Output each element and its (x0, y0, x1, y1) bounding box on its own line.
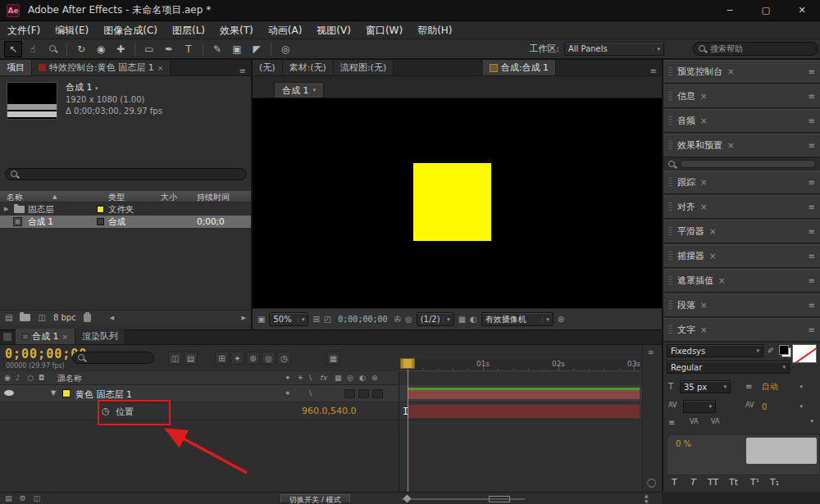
close-icon[interactable]: × (62, 333, 69, 341)
panel-header-mask-interpolation[interactable]: 遮罩插值 × ≡ (663, 269, 820, 293)
toggle-switches-modes-button[interactable]: 切换开关 / 模式 (280, 494, 350, 503)
yellow-solid-layer[interactable] (413, 163, 491, 241)
selection-tool[interactable]: ↖ (4, 41, 22, 57)
transparency-grid-icon[interactable]: ⊛ (558, 315, 564, 324)
tab-flowchart[interactable]: 流程图:(无) (334, 60, 394, 75)
font-size-select[interactable]: 35 px▾ (680, 380, 731, 393)
panel-header-effects-presets[interactable]: 效果和预置 × ≡ (663, 134, 820, 157)
all-caps-button[interactable]: TT (708, 477, 718, 488)
close-icon[interactable]: × (700, 202, 707, 211)
close-button[interactable]: ✕ (784, 0, 820, 21)
tab-comp-viewer[interactable]: 合成:合成 1 (483, 60, 556, 75)
zoom-handle[interactable] (403, 495, 412, 503)
hide-shy-layers-icon[interactable]: ⊞ (215, 352, 229, 365)
options-icon[interactable]: ≡ (668, 418, 675, 427)
subscript-button[interactable]: T₁ (770, 477, 779, 488)
type-tool[interactable]: T (180, 41, 198, 57)
close-icon[interactable]: × (700, 325, 707, 334)
panel-header-wiggler[interactable]: 摇摆器 × ≡ (663, 244, 820, 268)
menu-layer[interactable]: 图层(L) (165, 21, 212, 39)
panel-menu-icon[interactable]: ≡ (809, 227, 815, 236)
font-family-select[interactable]: Fixedsys▾ (667, 344, 763, 357)
panel-header-align[interactable]: 对齐 × ≡ (663, 195, 820, 219)
column-duration[interactable]: 持续时间 (197, 192, 230, 203)
help-search-input[interactable]: 搜索帮助 (693, 42, 818, 56)
hand-tool[interactable]: ☝ (24, 41, 42, 57)
pan-behind-tool[interactable]: ✚ (112, 41, 130, 57)
timeline-track-area[interactable] (399, 371, 642, 492)
auto-keyframe-icon[interactable]: ◷ (277, 352, 291, 365)
close-icon[interactable]: × (700, 178, 707, 187)
chevron-down-icon[interactable]: ▾ (810, 418, 813, 425)
current-time-indicator[interactable] (400, 358, 415, 369)
tab-render-queue[interactable]: 渲染队列 (75, 329, 125, 344)
close-icon[interactable]: × (700, 116, 707, 125)
snapshot-icon[interactable]: ✇ (394, 315, 401, 324)
panel-menu-icon[interactable]: ≡ (645, 66, 662, 75)
time-ruler[interactable]: 01s 02s 03s (399, 359, 642, 371)
panel-menu-icon[interactable]: ≡ (809, 202, 815, 211)
tab-effect-controls[interactable]: 特效控制台:黄色 固态层 1 × (32, 60, 171, 75)
table-row-solids-folder[interactable]: ▶ 固态层 文件夹 (0, 203, 251, 216)
close-icon[interactable]: × (700, 301, 707, 310)
timeline-search-input[interactable] (72, 352, 154, 364)
effects-search-input[interactable] (663, 158, 820, 170)
close-icon[interactable]: × (157, 64, 164, 72)
workspace-select[interactable]: All Panels ▾ (564, 42, 664, 56)
panel-header-audio[interactable]: 音频 × ≡ (663, 109, 820, 133)
brainstorm-icon[interactable]: ◎ (262, 352, 276, 365)
resolution-icon[interactable]: ▦ (458, 315, 466, 324)
font-style-select[interactable]: Regular▾ (667, 361, 790, 374)
new-folder-icon[interactable] (20, 314, 30, 321)
puppet-pin-tool[interactable]: ◎ (276, 41, 294, 57)
scroll-right-icon[interactable]: ▶ (242, 315, 246, 321)
tab-comp-1[interactable]: 合成 1 ▾ (274, 82, 324, 98)
panel-header-tracker[interactable]: 跟踪 × ≡ (663, 170, 820, 194)
scroll-left-icon[interactable]: ◀ (110, 315, 114, 321)
new-comp-icon[interactable]: ◫ (38, 313, 45, 322)
timeline-zoom-slider[interactable] (402, 498, 525, 500)
menu-edit[interactable]: 编辑(E) (48, 21, 96, 39)
faux-bold-button[interactable]: T (672, 477, 677, 488)
menu-animation[interactable]: 动画(A) (261, 21, 310, 39)
frame-blend-icon[interactable]: ✦ (230, 352, 244, 365)
panel-menu-icon[interactable]: ≡ (809, 67, 815, 76)
superscript-button[interactable]: T¹ (750, 477, 759, 488)
no-color-swatch[interactable] (792, 344, 817, 363)
close-icon[interactable]: × (709, 252, 716, 261)
menu-composition[interactable]: 图像合成(C) (96, 21, 165, 39)
leading-select[interactable]: 自动▾ (758, 380, 806, 393)
tracking-select[interactable]: 0▾ (758, 400, 806, 413)
grid-guides-icon[interactable]: ⊞ (312, 315, 319, 324)
composition-canvas[interactable] (253, 98, 662, 308)
zoom-tool[interactable] (43, 41, 61, 57)
active-camera-select[interactable]: 有效摄像机▾ (481, 312, 554, 326)
project-search-input[interactable] (5, 168, 247, 180)
panel-menu-icon[interactable]: ≡ (809, 301, 815, 310)
comp-marker-icon[interactable]: ≡ (648, 348, 654, 356)
position-property-row[interactable]: ◷ 位置 960.0,540.0 (0, 402, 399, 420)
mini-flowchart-icon[interactable]: ◫ (168, 352, 182, 365)
color-depth-toggle[interactable]: 8 bpc (53, 313, 76, 322)
maximize-button[interactable]: ▢ (748, 0, 784, 21)
panel-menu-icon[interactable]: ≡ (809, 116, 815, 125)
kerning-select[interactable]: ▾ (683, 400, 716, 413)
close-icon[interactable]: × (727, 141, 734, 150)
twirl-open-icon[interactable]: ▼ (51, 389, 56, 397)
layer-row[interactable]: ▼ 黄色 固态层 1 ✦ \ (0, 385, 399, 402)
menu-effect[interactable]: 效果(T) (212, 21, 261, 39)
effects-search-field[interactable] (680, 160, 816, 168)
layer-name[interactable]: 黄色 固态层 1 (75, 388, 132, 401)
pen-tool[interactable]: ✒ (160, 41, 178, 57)
trash-icon[interactable] (84, 314, 91, 322)
property-value[interactable]: 960.0,540.0 (302, 406, 356, 416)
panel-header-smoother[interactable]: 平滑器 × ≡ (663, 220, 820, 243)
source-name-column[interactable]: 源名称 (57, 373, 82, 384)
eyedropper-icon[interactable]: ✐ (768, 346, 774, 355)
scale-value[interactable]: 0 % (676, 439, 691, 448)
column-size[interactable]: 大小 (161, 192, 177, 203)
gear-icon[interactable]: ⚙ (20, 494, 26, 502)
layer-duration-bar[interactable] (408, 388, 640, 399)
tab-comp-timeline[interactable]: 合成 1 × (16, 329, 75, 344)
label-color-swatch[interactable] (97, 206, 104, 213)
